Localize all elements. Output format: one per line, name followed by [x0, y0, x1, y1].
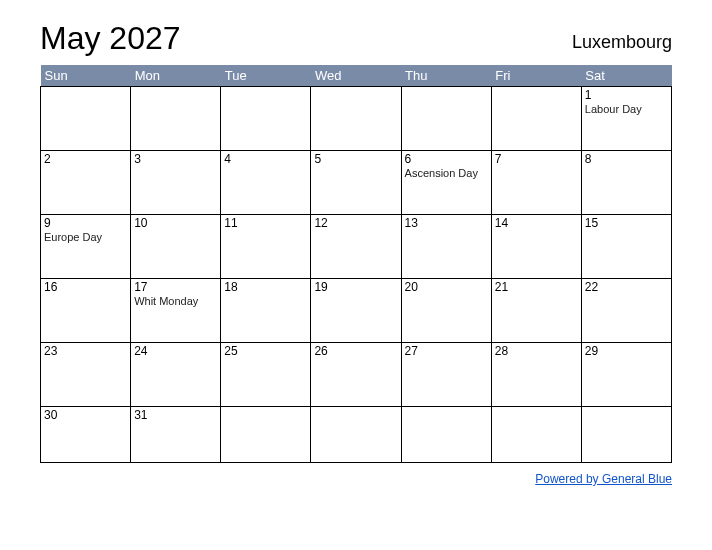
day-number: 30: [44, 408, 127, 422]
day-number: 1: [585, 88, 668, 102]
day-number: 16: [44, 280, 127, 294]
calendar-cell: 14: [491, 215, 581, 279]
calendar-cell: 5: [311, 151, 401, 215]
calendar-cell: 26: [311, 343, 401, 407]
calendar-row: 1Labour Day: [41, 87, 672, 151]
day-header-wed: Wed: [311, 65, 401, 87]
day-number: 19: [314, 280, 397, 294]
day-number: 24: [134, 344, 217, 358]
calendar-cell: 30: [41, 407, 131, 463]
day-number: 11: [224, 216, 307, 230]
event-label: Ascension Day: [405, 167, 488, 179]
calendar-cell: 22: [581, 279, 671, 343]
day-header-sat: Sat: [581, 65, 671, 87]
month-year-title: May 2027: [40, 20, 181, 57]
calendar-cell: 20: [401, 279, 491, 343]
calendar-cell: 7: [491, 151, 581, 215]
calendar-cell: 25: [221, 343, 311, 407]
calendar-cell: 1Labour Day: [581, 87, 671, 151]
calendar-cell: 27: [401, 343, 491, 407]
calendar-cell: 19: [311, 279, 401, 343]
day-number: 2: [44, 152, 127, 166]
day-number: 10: [134, 216, 217, 230]
day-header-tue: Tue: [221, 65, 311, 87]
event-label: Europe Day: [44, 231, 127, 243]
day-number: 13: [405, 216, 488, 230]
day-header-thu: Thu: [401, 65, 491, 87]
day-number: 15: [585, 216, 668, 230]
calendar-cell: [131, 87, 221, 151]
calendar-cell: [311, 87, 401, 151]
event-label: Labour Day: [585, 103, 668, 115]
calendar-cell: 9Europe Day: [41, 215, 131, 279]
day-number: 17: [134, 280, 217, 294]
calendar-cell: 10: [131, 215, 221, 279]
day-header-row: Sun Mon Tue Wed Thu Fri Sat: [41, 65, 672, 87]
calendar-cell: 28: [491, 343, 581, 407]
day-number: 27: [405, 344, 488, 358]
calendar-cell: [491, 87, 581, 151]
country-label: Luxembourg: [572, 32, 672, 57]
calendar-header: May 2027 Luxembourg: [40, 20, 672, 57]
calendar-row: 3031: [41, 407, 672, 463]
day-number: 4: [224, 152, 307, 166]
calendar-row: 23456Ascension Day78: [41, 151, 672, 215]
day-number: 3: [134, 152, 217, 166]
day-header-sun: Sun: [41, 65, 131, 87]
calendar-cell: [221, 407, 311, 463]
calendar-cell: 18: [221, 279, 311, 343]
calendar-cell: 17Whit Monday: [131, 279, 221, 343]
day-header-fri: Fri: [491, 65, 581, 87]
calendar-cell: 21: [491, 279, 581, 343]
calendar-body: 1Labour Day23456Ascension Day789Europe D…: [41, 87, 672, 463]
day-number: 20: [405, 280, 488, 294]
calendar-row: 23242526272829: [41, 343, 672, 407]
day-number: 22: [585, 280, 668, 294]
calendar-cell: [41, 87, 131, 151]
calendar-cell: 29: [581, 343, 671, 407]
calendar-cell: 15: [581, 215, 671, 279]
day-header-mon: Mon: [131, 65, 221, 87]
footer: Powered by General Blue: [40, 469, 672, 487]
calendar-cell: 8: [581, 151, 671, 215]
calendar-row: 9Europe Day101112131415: [41, 215, 672, 279]
calendar-cell: 11: [221, 215, 311, 279]
calendar-cell: 24: [131, 343, 221, 407]
calendar-cell: [491, 407, 581, 463]
day-number: 6: [405, 152, 488, 166]
day-number: 28: [495, 344, 578, 358]
calendar-cell: 31: [131, 407, 221, 463]
day-number: 21: [495, 280, 578, 294]
calendar-grid: Sun Mon Tue Wed Thu Fri Sat 1Labour Day2…: [40, 65, 672, 463]
day-number: 29: [585, 344, 668, 358]
event-label: Whit Monday: [134, 295, 217, 307]
day-number: 18: [224, 280, 307, 294]
powered-by-link[interactable]: Powered by General Blue: [535, 472, 672, 486]
calendar-cell: [311, 407, 401, 463]
day-number: 8: [585, 152, 668, 166]
day-number: 31: [134, 408, 217, 422]
day-number: 9: [44, 216, 127, 230]
calendar-cell: 23: [41, 343, 131, 407]
calendar-cell: 6Ascension Day: [401, 151, 491, 215]
calendar-cell: [221, 87, 311, 151]
calendar-cell: [581, 407, 671, 463]
day-number: 26: [314, 344, 397, 358]
day-number: 14: [495, 216, 578, 230]
calendar-cell: 16: [41, 279, 131, 343]
day-number: 23: [44, 344, 127, 358]
day-number: 12: [314, 216, 397, 230]
calendar-cell: 2: [41, 151, 131, 215]
day-number: 5: [314, 152, 397, 166]
day-number: 25: [224, 344, 307, 358]
calendar-cell: [401, 407, 491, 463]
calendar-cell: [401, 87, 491, 151]
calendar-cell: 3: [131, 151, 221, 215]
day-number: 7: [495, 152, 578, 166]
calendar-cell: 13: [401, 215, 491, 279]
calendar-cell: 4: [221, 151, 311, 215]
calendar-row: 1617Whit Monday1819202122: [41, 279, 672, 343]
calendar-cell: 12: [311, 215, 401, 279]
